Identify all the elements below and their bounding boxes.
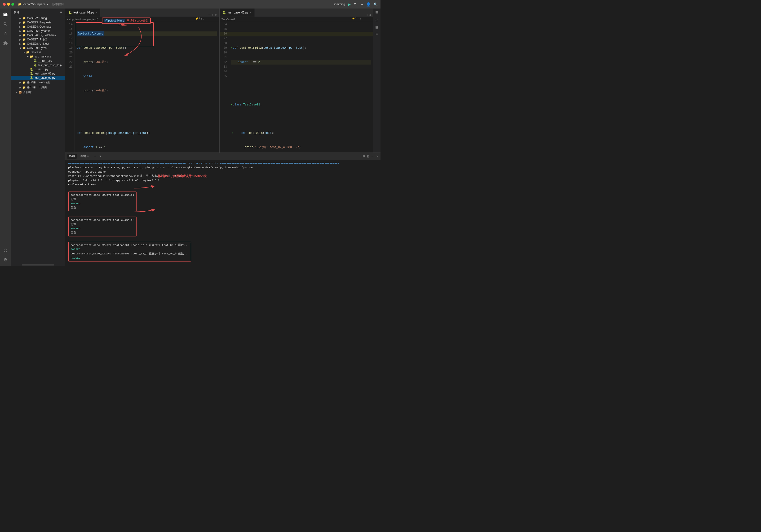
term-platform: platform darwin -- Python 3.8.5, pytest-… — [68, 166, 378, 170]
sidebar-item-init2[interactable]: 🐍 __init__.py — [11, 67, 65, 72]
split-right-icon[interactable]: ⊟ — [375, 31, 379, 36]
activity-bar: ⬡ ⚙ — [0, 9, 11, 266]
sidebar-collapse-icon[interactable]: ≡ — [60, 10, 62, 14]
add-terminal-icon[interactable]: ＋ — [94, 154, 96, 158]
layers-icon[interactable]: ⬡ — [1, 246, 10, 255]
explorer-icon[interactable] — [1, 10, 10, 19]
term-test02b: testcase/test_case_02.py::TestCase01::te… — [71, 251, 189, 256]
maximize-button[interactable] — [11, 3, 14, 6]
sidebar-item-case23[interactable]: ▶ 📁 CASE23: Requests — [11, 20, 65, 25]
term-test02a-passed: PASSED — [71, 247, 189, 251]
term-annotation-function-level: 得到验证，作用域默认是function级 — [157, 174, 206, 178]
source-control-icon[interactable] — [1, 29, 10, 38]
sidebar-tree: ▶ 📁 CASE22: String ▶ 📁 CASE23: Requests … — [11, 16, 65, 264]
more-button[interactable]: ⋯ — [359, 2, 363, 7]
sidebar-item-case02[interactable]: 🐍 test_case_02.py — [11, 76, 65, 80]
terminal-tab-terminal[interactable]: 终端 — [67, 154, 77, 159]
term-example2-post: 后置 — [71, 231, 134, 235]
term-cachedir: cachedir: .pytest_cache — [68, 170, 378, 174]
sidebar-item-case26[interactable]: ▶ 📁 CASE26: SQLAlchemy — [11, 33, 65, 37]
minimap-icon[interactable]: ▦ — [374, 24, 379, 30]
sidebar-item-case27[interactable]: ▶ 📁 CASE27: Jinja2 — [11, 37, 65, 42]
outline-icon[interactable]: ☰ — [374, 10, 380, 16]
settings-button[interactable]: ⚙ — [354, 2, 357, 6]
folder-icon: 📁 — [18, 3, 22, 6]
term-plugins: plugins: Faker-18.9.0, allure-pytest-2.9… — [68, 178, 378, 183]
workspace-indicator: somthing — [333, 3, 345, 6]
split-editor: 🐍 test_case_02.py ✕ ⋯ ↕ ⊕ setup_teardown… — [65, 9, 380, 152]
project-name[interactable]: 📁 PythonWorkspace ▼ — [18, 3, 48, 6]
sidebar-item-init1[interactable]: 🐍 __init__.py — [11, 59, 65, 63]
run-button[interactable]: ▶ — [348, 2, 351, 7]
user-icon[interactable]: 👤 — [366, 2, 371, 7]
left-tab-actions: ⋯ ↕ ⊕ — [208, 13, 219, 17]
right-panel-icons: ☰ ⊙ ▦ ⊟ — [373, 9, 380, 152]
terminal-area: 终端 本地 ✕ ＋ ▼ ⊞ 🗑 ⋯ ✕ ================= — [65, 152, 380, 266]
left-editor-pane: 🐍 test_case_02.py ✕ ⋯ ↕ ⊕ setup_teardown… — [65, 9, 219, 152]
breakpoint-icon[interactable]: ⊙ — [374, 17, 379, 23]
left-editor-tabs: 🐍 test_case_02.py ✕ ⋯ ↕ ⊕ — [65, 9, 219, 17]
left-breadcrumb: setup_teardown_per_test() — [65, 17, 219, 22]
right-tab-close[interactable]: ✕ — [250, 11, 252, 14]
settings-icon[interactable]: ⚙ — [1, 256, 10, 264]
sidebar-item-sub-case01[interactable]: 🐍 test_sub_case_01.p — [11, 63, 65, 67]
term-example2-path: testcase/test_case_02.py::test_example2 — [71, 218, 134, 222]
left-tab-test-case[interactable]: 🐍 test_case_02.py ✕ — [65, 9, 100, 17]
terminal-output[interactable]: ========================================… — [65, 160, 380, 266]
extensions-icon[interactable] — [1, 39, 10, 47]
sidebar-header: 项目 ≡ — [11, 9, 65, 16]
left-code-content: @pytest.fixture def setup_teardown_per_t… — [75, 22, 219, 152]
terminal-dropdown-icon[interactable]: ▼ — [99, 155, 102, 158]
chevron-down-icon: ▼ — [46, 3, 48, 5]
term-test02a: testcase/test_case_02.py::TestCase01::te… — [71, 243, 189, 247]
term-example1-post: 后置 — [71, 206, 134, 210]
terminal-trash-icon[interactable]: 🗑 — [367, 155, 370, 158]
terminal-split-icon[interactable]: ⊞ — [363, 155, 365, 158]
right-editor-pane: 🐍 test_case_02.py ✕ ⋯ ↕ ⊕ TestCase01 — [220, 9, 373, 152]
activity-bar-bottom: ⬡ ⚙ — [1, 246, 10, 266]
terminal-close-icon[interactable]: ✕ — [376, 155, 379, 158]
sidebar-item-case29[interactable]: ▼ 📁 CASE29: Pytest — [11, 46, 65, 50]
sidebar-item-lesson50[interactable]: ▶ 📁 第50课：Web框架 — [11, 80, 65, 85]
term-box-example1: testcase/test_case_02.py::test_example1 … — [68, 191, 137, 211]
term-rootdir: rootdir: /Users/yangkai/PythonWorkspace/… — [68, 174, 378, 178]
right-breadcrumb: TestCase01 — [220, 17, 373, 22]
sidebar-item-case01[interactable]: 🐍 test_case_01.py — [11, 72, 65, 76]
left-tab-close[interactable]: ✕ — [95, 11, 97, 14]
version-control[interactable]: 版本控制 — [52, 2, 64, 6]
term-example2-pre: 前置 — [71, 222, 134, 227]
left-editor-scroll[interactable]: 14 15 16 17 18 19 20 21 22 23 — [65, 22, 219, 152]
right-tab-actions: ⋯ ↕ ⊕ — [363, 13, 373, 17]
right-code-editor: 24 25 26 27 28 29 30 31 32 33 34 35 — [220, 22, 373, 152]
right-editor-tabs: 🐍 test_case_02.py ✕ ⋯ ↕ ⊕ — [220, 9, 373, 17]
right-tab-test-case[interactable]: 🐍 test_case_02.py ✕ — [220, 9, 255, 17]
sidebar-item-case22[interactable]: ▶ 📁 CASE22: String — [11, 16, 65, 20]
sidebar-item-external[interactable]: ▶ 📦 外部库 — [11, 90, 65, 95]
sidebar-item-case25[interactable]: ▶ 📁 CASE25: Pydantic — [11, 29, 65, 33]
right-line-numbers: 24 25 26 27 28 29 30 31 32 33 34 35 — [220, 22, 229, 152]
search-icon[interactable] — [1, 20, 10, 28]
sidebar-item-lesson51[interactable]: ▶ 📁 第51课：工具类 — [11, 85, 65, 90]
terminal-tabs: 终端 本地 ✕ ＋ ▼ ⊞ 🗑 ⋯ ✕ — [65, 153, 380, 160]
sidebar-item-sub-testcase[interactable]: ▼ 📁 sub_testcase — [11, 54, 65, 59]
titlebar: 📁 PythonWorkspace ▼ 版本控制 somthing ▶ ⚙ ⋯ … — [0, 0, 380, 9]
sidebar-item-case24[interactable]: ▶ 📁 CASE24: Openpyxl — [11, 25, 65, 29]
sidebar-item-testcase[interactable]: ▼ 📁 testcase — [11, 50, 65, 54]
terminal-actions: ⊞ 🗑 ⋯ ✕ — [363, 155, 379, 158]
term-example1-passed: PASSED — [71, 201, 134, 206]
sidebar-item-case28[interactable]: ▶ 📁 CASE28: Unittest — [11, 42, 65, 46]
close-button[interactable] — [3, 3, 6, 6]
term-example1-pre: 前置 — [71, 197, 134, 201]
left-line-numbers: 14 15 16 17 18 19 20 21 22 23 — [65, 22, 75, 152]
minimize-button[interactable] — [7, 3, 10, 6]
term-separator-start: ========================================… — [68, 161, 378, 166]
left-code-editor: 14 15 16 17 18 19 20 21 22 23 — [65, 22, 219, 152]
term-example2-passed: PASSED — [71, 227, 134, 231]
terminal-more-icon[interactable]: ⋯ — [372, 155, 374, 158]
terminal-tab-local[interactable]: 本地 ✕ — [79, 154, 91, 159]
right-editor-scroll[interactable]: 24 25 26 27 28 29 30 31 32 33 34 35 — [220, 22, 373, 152]
search-icon[interactable]: 🔍 — [374, 2, 378, 6]
right-code-content: ▶ def test_example2(setup_teardown_per_t… — [229, 22, 373, 152]
term-test02b-passed: PASSED — [71, 256, 189, 260]
term-box-example2: testcase/test_case_02.py::test_example2 … — [68, 217, 137, 237]
